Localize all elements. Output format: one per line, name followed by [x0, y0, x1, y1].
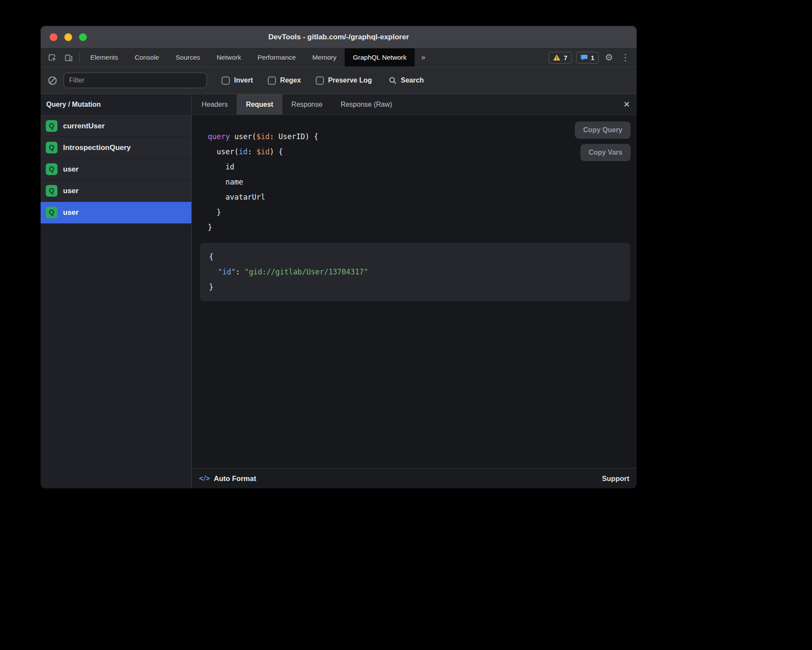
support-link[interactable]: Support	[602, 475, 629, 483]
query-row-user-1[interactable]: Q user	[41, 159, 191, 180]
tab-response[interactable]: Response	[282, 94, 332, 115]
devtools-window: DevTools - gitlab.com/-/graphql-explorer…	[41, 26, 637, 488]
detail-tab-bar: Headers Request Response Response (Raw) …	[192, 94, 637, 115]
tab-performance[interactable]: Performance	[249, 48, 304, 67]
request-content: Copy Query Copy Vars query user($id: Use…	[192, 115, 637, 468]
inspect-element-icon[interactable]	[46, 51, 59, 64]
minimize-window-button[interactable]	[64, 33, 72, 41]
issues-badge[interactable]: 1	[576, 52, 599, 64]
variables-code: { "id": "gid://gitlab/User/13704317"}	[200, 243, 630, 301]
network-filter-toolbar: Invert Regex Preserve Log Search	[41, 67, 637, 94]
query-label: currentUser	[63, 122, 105, 131]
query-list: Q currentUser Q IntrospectionQuery Q use…	[41, 115, 191, 488]
tool-icons	[41, 48, 79, 67]
tab-elements[interactable]: Elements	[82, 48, 127, 67]
devtools-tab-bar: Elements Console Sources Network Perform…	[41, 48, 637, 67]
query-label: user	[63, 208, 79, 217]
clear-log-icon[interactable]	[48, 76, 57, 86]
filter-input[interactable]	[63, 73, 207, 88]
tab-network[interactable]: Network	[208, 48, 249, 67]
query-code: query user($id: UserID) { user(id: $id) …	[208, 129, 637, 235]
query-label: IntrospectionQuery	[63, 143, 131, 152]
query-row-user-2[interactable]: Q user	[41, 180, 191, 202]
close-window-button[interactable]	[50, 33, 57, 41]
tab-response-raw[interactable]: Response (Raw)	[332, 94, 401, 115]
issue-count: 1	[591, 54, 594, 61]
checkbox-box[interactable]	[222, 76, 230, 85]
message-bubble-icon	[580, 54, 588, 61]
copy-buttons: Copy Query Copy Vars	[575, 121, 631, 161]
traffic-lights	[41, 33, 87, 41]
query-label: user	[63, 187, 79, 195]
query-row-user-3-selected[interactable]: Q user	[41, 202, 191, 223]
checkbox-box[interactable]	[268, 76, 276, 85]
auto-format-label: Auto Format	[214, 475, 256, 483]
tab-graphql-network[interactable]: GraphQL Network	[345, 48, 415, 67]
tab-sources[interactable]: Sources	[168, 48, 209, 67]
query-list-header: Query / Mutation	[41, 94, 191, 115]
preserve-log-checkbox[interactable]: Preserve Log	[316, 76, 372, 85]
titlebar: DevTools - gitlab.com/-/graphql-explorer	[41, 26, 637, 48]
checkbox-label: Preserve Log	[328, 76, 372, 84]
tab-headers[interactable]: Headers	[193, 94, 237, 115]
query-type-badge: Q	[46, 163, 57, 175]
divider	[79, 52, 80, 63]
checkbox-box[interactable]	[316, 76, 324, 85]
query-type-badge: Q	[46, 142, 57, 153]
tab-request[interactable]: Request	[237, 94, 282, 115]
tab-memory[interactable]: Memory	[304, 48, 345, 67]
code-format-icon: </>	[199, 475, 209, 482]
warnings-badge[interactable]: 7	[549, 52, 571, 64]
query-type-badge: Q	[46, 207, 57, 218]
query-type-badge: Q	[46, 120, 57, 132]
main-split: Query / Mutation Q currentUser Q Introsp…	[41, 94, 637, 488]
copy-vars-button[interactable]: Copy Vars	[580, 144, 631, 161]
warning-icon	[553, 54, 561, 61]
zoom-window-button[interactable]	[79, 33, 87, 41]
tab-console[interactable]: Console	[127, 48, 168, 67]
auto-format-button[interactable]: </> Auto Format	[199, 475, 256, 483]
query-row-currentuser[interactable]: Q currentUser	[41, 115, 191, 137]
tabbar-right-cluster: 7 1 ⚙ ⋮	[549, 48, 637, 67]
request-detail-panel: Headers Request Response Response (Raw) …	[192, 94, 637, 488]
search-icon	[388, 76, 397, 85]
query-type-badge: Q	[46, 185, 57, 197]
copy-query-button[interactable]: Copy Query	[575, 121, 631, 139]
more-tabs-chevron-icon[interactable]: »	[415, 48, 431, 67]
device-toolbar-icon[interactable]	[62, 51, 75, 64]
checkbox-label: Regex	[280, 76, 301, 84]
query-list-panel: Query / Mutation Q currentUser Q Introsp…	[41, 94, 192, 488]
search-label: Search	[401, 76, 424, 84]
regex-checkbox[interactable]: Regex	[268, 76, 301, 85]
query-row-introspectionquery[interactable]: Q IntrospectionQuery	[41, 137, 191, 159]
kebab-menu-icon[interactable]: ⋮	[619, 52, 631, 63]
footer-bar: </> Auto Format Support	[192, 468, 637, 488]
checkbox-label: Invert	[234, 76, 253, 84]
close-icon[interactable]: ✕	[623, 94, 630, 115]
invert-checkbox[interactable]: Invert	[222, 76, 253, 85]
window-title: DevTools - gitlab.com/-/graphql-explorer	[41, 33, 637, 41]
query-label: user	[63, 165, 79, 174]
warning-count: 7	[564, 54, 567, 61]
search-button[interactable]: Search	[388, 76, 424, 85]
settings-gear-icon[interactable]: ⚙	[603, 52, 615, 63]
